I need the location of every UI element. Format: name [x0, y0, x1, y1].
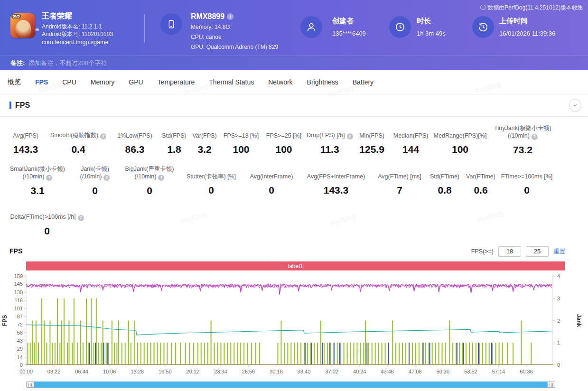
stats-row-1: Avg(FPS)143.3Smooth(稳帧指数)?0.41%Low(FPS)8…	[0, 124, 588, 156]
badge-5v5: 5V5	[11, 14, 21, 19]
svg-text:16:50: 16:50	[159, 369, 172, 374]
stat-label: Avg(InterFrame)	[250, 165, 293, 180]
help-icon[interactable]: ?	[347, 133, 353, 140]
android-version-name: Android版本名: 11.2.1.1	[42, 23, 113, 30]
stat-label: TinyJank(极微小卡顿)(/10min)?	[494, 124, 551, 140]
svg-text:40:24: 40:24	[353, 369, 366, 374]
stat-value: 143.3	[13, 144, 38, 155]
stat-item: Avg(FPS+InterFrame)143.3	[301, 165, 371, 196]
svg-text:37:02: 37:02	[325, 369, 338, 374]
collect-note: ⓘ 数据由PerfDog(11.4.251012)版本收集	[480, 4, 583, 12]
help-icon[interactable]: ?	[103, 175, 110, 181]
svg-text:116: 116	[14, 298, 23, 303]
tab-bar: 概览FPSCPUMemoryGPUTemperatureThermal Stat…	[0, 70, 588, 94]
android-version-block: Android版本名: 11.2.1.1 Android版本号: 1102010…	[42, 23, 113, 38]
tab-thermal-status[interactable]: Thermal Status	[209, 78, 254, 86]
tab-cpu[interactable]: CPU	[62, 78, 76, 86]
collapse-section-button[interactable]	[569, 99, 581, 112]
game-art	[15, 20, 31, 38]
svg-text:2: 2	[557, 318, 560, 324]
stat-value: 100	[275, 144, 292, 155]
scrollbar-right-handle[interactable]	[547, 382, 555, 388]
svg-text:145: 145	[14, 281, 23, 287]
stat-label: FTime>=100ms [%]	[501, 165, 553, 180]
stat-value: 86.3	[125, 144, 145, 155]
svg-text:87: 87	[17, 314, 23, 319]
help-icon[interactable]: ?	[100, 133, 106, 140]
chart-range-scrollbar[interactable]	[26, 382, 555, 388]
svg-text:3: 3	[557, 296, 560, 301]
stat-label: BigJank(严重卡顿)(/10min)?	[125, 165, 174, 181]
stat-label: Var(FTime)	[466, 165, 495, 180]
tab-temperature[interactable]: Temperature	[158, 78, 195, 86]
scrollbar-left-handle[interactable]	[26, 382, 34, 388]
help-icon[interactable]: ?	[532, 134, 538, 140]
fps-threshold-input-1[interactable]	[498, 246, 521, 257]
duration-icon	[389, 16, 411, 38]
stats-row-3: Delta(FTime)>100ms [/h]?0	[0, 206, 588, 237]
stat-label: Avg(FTime) [ms]	[378, 165, 421, 180]
duration-label: 时长	[417, 17, 446, 26]
fps-threshold-input-2[interactable]	[526, 246, 549, 257]
stat-item: FPS>=25 [%]100	[264, 124, 304, 156]
stat-value: 100	[233, 144, 249, 155]
stat-item: Avg(FPS)143.3	[7, 124, 45, 156]
svg-text:20:12: 20:12	[187, 369, 200, 374]
tab-memory[interactable]: Memory	[91, 78, 115, 86]
device-gpu: GPU: Qualcomm Adreno (TM) 829	[191, 44, 278, 50]
stat-item: Std(FPS)1.8	[160, 124, 188, 156]
game-app-icon: 5V5	[10, 13, 35, 38]
chart-header: FPS FPS(>=) 重置	[0, 245, 588, 260]
stat-item: MedRange(FPS)[%]100	[434, 124, 487, 156]
stat-value: 125.9	[359, 144, 384, 155]
stat-label: Var(FPS)	[192, 124, 216, 140]
tab-battery[interactable]: Battery	[353, 78, 373, 86]
stat-label: Avg(FPS)	[13, 124, 38, 140]
help-icon[interactable]: ?	[46, 175, 52, 181]
stat-item: Jank(卡顿)(/10min)?0	[71, 165, 119, 196]
reset-link[interactable]: 重置	[553, 248, 565, 256]
fps-ge-label: FPS(>=)	[471, 248, 494, 255]
stat-value: 100	[452, 144, 468, 155]
stat-item: 1%Low(FPS)86.3	[112, 124, 158, 156]
tab-gpu[interactable]: GPU	[129, 78, 143, 86]
help-icon[interactable]: ?	[78, 215, 84, 221]
stat-value: 3.2	[197, 144, 211, 155]
stat-label: Stutter(卡顿率) [%]	[187, 165, 236, 180]
stats-row-2: SmallJank(微小卡顿)(/10min)?3.1Jank(卡顿)(/10m…	[0, 165, 588, 196]
stat-label: FPS>=25 [%]	[266, 124, 301, 140]
creator-value: 135****6409	[332, 30, 366, 37]
stat-item: Delta(FTime)>100ms [/h]?0	[7, 206, 87, 237]
svg-text:0: 0	[20, 362, 23, 368]
fps-section-header: FPS	[0, 94, 588, 116]
stat-value: 144	[402, 144, 419, 155]
tab-brightness[interactable]: Brightness	[307, 78, 338, 86]
svg-text:0: 0	[557, 362, 560, 368]
help-icon[interactable]: ?	[158, 175, 164, 181]
svg-text:72: 72	[17, 322, 23, 327]
android-icon	[34, 27, 40, 35]
svg-text:33:40: 33:40	[298, 369, 311, 374]
stat-value: 3.1	[30, 185, 44, 196]
svg-text:57:14: 57:14	[492, 369, 505, 374]
stat-label: Smooth(稳帧指数)?	[50, 124, 106, 140]
svg-text:10:06: 10:06	[103, 369, 116, 374]
stat-item: TinyJank(极微小卡顿)(/10min)?73.2	[489, 124, 556, 156]
package-name: com.tencent.tmgp.sgame	[42, 39, 108, 46]
stat-item: Smooth(稳帧指数)?0.4	[47, 124, 109, 156]
tab-概览[interactable]: 概览	[8, 78, 21, 86]
stat-item: SmallJank(微小卡顿)(/10min)?3.1	[7, 165, 68, 196]
remark-input[interactable]: 备注: 添加备注，不超过200个字符	[0, 56, 588, 70]
device-cpu: CPU: canoe	[191, 34, 222, 40]
stat-label: Median(FPS)	[393, 124, 429, 140]
tab-network[interactable]: Network	[268, 78, 292, 86]
tab-fps[interactable]: FPS	[35, 78, 48, 86]
device-info-icon[interactable]: i	[227, 13, 233, 20]
chart-label1-banner: label1	[26, 261, 565, 270]
svg-text:53:52: 53:52	[464, 369, 477, 374]
svg-text:29: 29	[17, 346, 23, 352]
stat-item: Var(FPS)3.2	[191, 124, 218, 156]
svg-text:06:44: 06:44	[75, 369, 88, 374]
upload-time-label: 上传时间	[499, 17, 555, 26]
svg-text:26:56: 26:56	[242, 369, 255, 374]
